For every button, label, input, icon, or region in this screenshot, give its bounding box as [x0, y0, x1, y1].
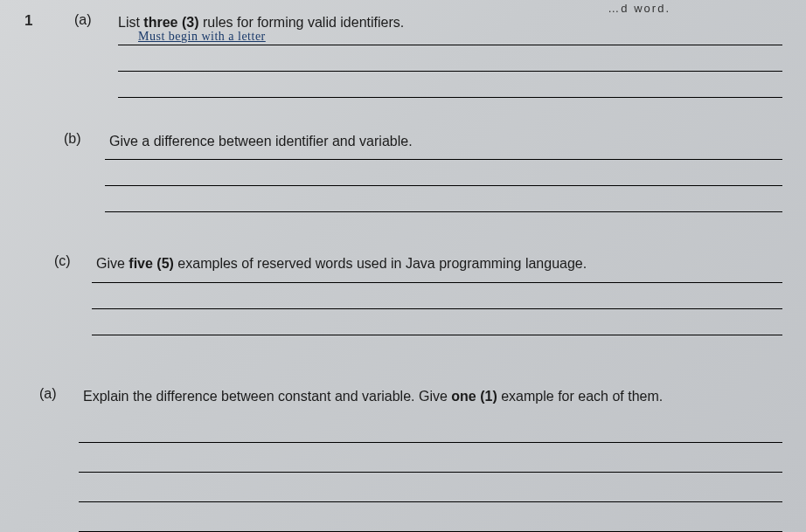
q-a1-post: rules for forming valid identifiers.	[198, 15, 404, 30]
question-number: 1	[24, 12, 32, 30]
question-c: Give five (5) examples of reserved words…	[96, 253, 587, 274]
answer-line	[92, 335, 782, 335]
answer-line	[79, 472, 782, 473]
q-a2-pre: Explain the difference between constant …	[83, 389, 451, 404]
part-label-b: (b)	[64, 131, 81, 147]
part-label-a2: (a)	[39, 386, 57, 402]
q-c-pre: Give	[96, 256, 129, 271]
answer-line	[118, 45, 782, 45]
question-a2: Explain the difference between constant …	[83, 386, 782, 407]
q-c-bold: five (5)	[129, 256, 174, 271]
part-label-a1: (a)	[74, 12, 92, 28]
q-c-post: examples of reserved words used in Java …	[174, 256, 587, 271]
answer-line	[105, 159, 782, 160]
answer-line	[92, 308, 782, 309]
answer-line	[79, 501, 782, 502]
answer-line	[105, 211, 782, 212]
answer-line	[79, 442, 782, 443]
answer-line	[118, 97, 782, 98]
answer-line	[105, 185, 782, 186]
question-b: Give a difference between identifier and…	[109, 131, 413, 152]
handwritten-answer-a1: Must begin with a letter	[138, 30, 266, 44]
worksheet-page: …d word. 1 (a) List three (3) rules for …	[9, 9, 784, 523]
answer-line	[92, 282, 782, 283]
part-label-c: (c)	[54, 253, 71, 269]
q-a1-pre: List	[118, 15, 143, 30]
q-a2-post: example for each of them.	[497, 389, 663, 404]
answer-line	[118, 71, 782, 72]
q-a1-bold: three (3)	[143, 15, 198, 30]
handwritten-text: Must begin with a letter	[138, 30, 266, 43]
header-fragment: …d word.	[608, 2, 671, 15]
q-a2-bold: one (1)	[451, 389, 497, 404]
